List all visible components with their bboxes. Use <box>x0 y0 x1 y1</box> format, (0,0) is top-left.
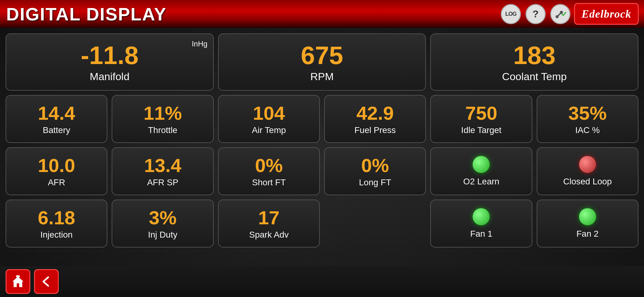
fan1-cell: Fan 1 <box>430 200 532 248</box>
coolant-temp-label: Coolant Temp <box>502 71 567 83</box>
rpm-cell: 675 RPM <box>218 33 426 91</box>
iac-cell: 35% IAC % <box>537 95 638 143</box>
air-temp-label: Air Temp <box>252 125 286 135</box>
afr-sp-label: AFR SP <box>147 178 178 187</box>
throttle-label: Throttle <box>148 125 178 135</box>
short-ft-label: Short FT <box>252 178 286 187</box>
afr-sp-cell: 13.4 AFR SP <box>112 147 213 195</box>
throttle-cell: 11% Throttle <box>112 95 213 143</box>
fuel-press-cell: 42.9 Fuel Press <box>324 95 426 143</box>
idle-target-value: 750 <box>465 103 497 124</box>
rpm-label: RPM <box>310 71 334 83</box>
inj-duty-value: 3% <box>149 207 177 228</box>
injection-cell: 6.18 Injection <box>6 200 107 248</box>
manifold-label: Manifold <box>90 71 130 83</box>
long-ft-cell: 0% Long FT <box>324 147 426 195</box>
rpm-value: 675 <box>301 41 343 69</box>
short-ft-value: 0% <box>255 155 283 176</box>
fan2-label: Fan 2 <box>577 229 599 239</box>
short-ft-cell: 0% Short FT <box>218 147 320 195</box>
air-temp-cell: 104 Air Temp <box>218 95 320 143</box>
svg-rect-2 <box>16 275 20 277</box>
svg-point-1 <box>560 11 563 14</box>
svg-point-0 <box>556 15 559 18</box>
fuel-press-label: Fuel Press <box>354 125 396 135</box>
fan1-indicator <box>473 208 490 225</box>
afr-label: AFR <box>48 178 65 187</box>
o2-learn-indicator <box>473 156 490 173</box>
row-1: -11.8 Manifold InHg 675 RPM 183 Coolant … <box>6 33 638 91</box>
iac-label: IAC % <box>575 125 600 135</box>
header: DIGITAL DISPLAY LOG ? Edelbrock <box>0 0 644 28</box>
o2-learn-label: O2 Learn <box>463 177 500 187</box>
afr-sp-value: 13.4 <box>144 155 182 176</box>
closed-loop-cell: Closed Loop <box>537 147 638 195</box>
coolant-temp-cell: 183 Coolant Temp <box>430 33 638 91</box>
iac-value: 35% <box>568 103 607 124</box>
header-controls: LOG ? Edelbrock <box>501 4 638 24</box>
battery-cell: 14.4 Battery <box>6 95 107 143</box>
spark-adv-cell: 17 Spark Adv <box>218 200 320 248</box>
coolant-temp-value: 183 <box>513 41 556 69</box>
fan2-indicator <box>579 208 596 225</box>
battery-value: 14.4 <box>38 103 75 124</box>
main-content: -11.8 Manifold InHg 675 RPM 183 Coolant … <box>0 28 644 297</box>
back-button[interactable] <box>34 269 59 294</box>
idle-target-cell: 750 Idle Target <box>430 95 532 143</box>
afr-cell: 10.0 AFR <box>6 147 107 195</box>
long-ft-label: Long FT <box>359 178 391 187</box>
row-2: 14.4 Battery 11% Throttle 104 Air Temp 4… <box>6 95 638 143</box>
empty-cell <box>324 200 426 248</box>
spark-adv-value: 17 <box>258 207 280 228</box>
help-button[interactable]: ? <box>526 4 546 24</box>
inj-duty-label: Inj Duty <box>148 230 178 240</box>
page-title: DIGITAL DISPLAY <box>6 4 167 24</box>
back-icon <box>40 275 53 288</box>
battery-label: Battery <box>43 125 70 135</box>
home-button[interactable] <box>6 269 30 294</box>
injection-value: 6.18 <box>38 207 75 228</box>
manifold-unit: InHg <box>192 40 208 48</box>
tool-button[interactable] <box>550 4 570 24</box>
fuel-press-value: 42.9 <box>356 103 394 124</box>
row-3: 10.0 AFR 13.4 AFR SP 0% Short FT 0% Long… <box>6 147 638 195</box>
fan1-label: Fan 1 <box>470 229 492 239</box>
air-temp-value: 104 <box>253 103 285 124</box>
closed-loop-indicator <box>579 156 596 173</box>
log-button[interactable]: LOG <box>501 4 521 24</box>
spark-adv-label: Spark Adv <box>249 230 289 240</box>
manifold-value: -11.8 <box>81 41 139 69</box>
row-4: 6.18 Injection 3% Inj Duty 17 Spark Adv … <box>6 200 638 248</box>
o2-learn-cell: O2 Learn <box>430 147 532 195</box>
afr-value: 10.0 <box>38 155 75 176</box>
injection-label: Injection <box>41 230 73 240</box>
idle-target-label: Idle Target <box>461 125 501 135</box>
throttle-value: 11% <box>144 103 182 124</box>
manifold-cell: -11.8 Manifold InHg <box>6 33 214 91</box>
inj-duty-cell: 3% Inj Duty <box>112 200 213 248</box>
brand-logo: Edelbrock <box>575 4 638 24</box>
wrench-check-icon <box>555 8 566 20</box>
home-icon <box>11 275 25 288</box>
long-ft-value: 0% <box>361 155 389 176</box>
footer <box>0 266 644 297</box>
fan2-cell: Fan 2 <box>537 200 638 248</box>
closed-loop-label: Closed Loop <box>563 177 612 187</box>
